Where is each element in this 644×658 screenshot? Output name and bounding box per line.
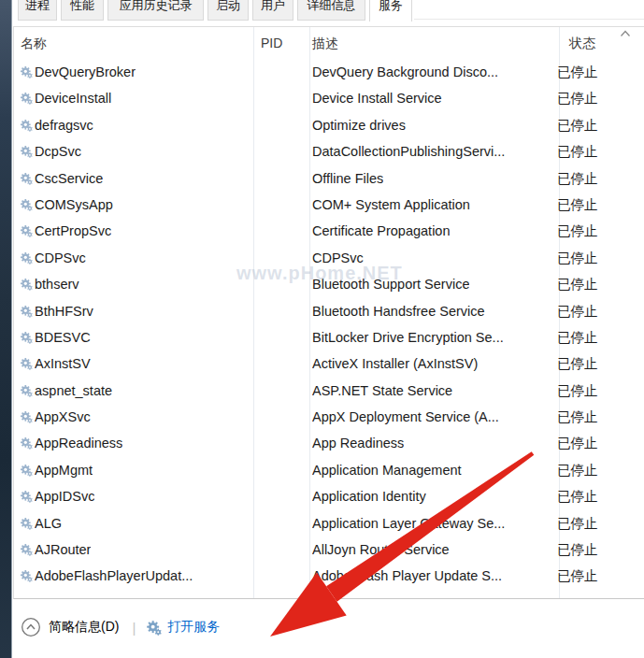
table-row[interactable]: AJRouter AllJoyn Router Service 已停止 [14, 536, 644, 563]
service-gear-icon [20, 251, 33, 265]
service-name: BthHFSrv [35, 298, 93, 324]
service-name: CertPropSvc [35, 218, 111, 244]
service-description: CDPSvc [312, 245, 364, 271]
tabstrip-filler [414, 19, 644, 20]
table-row[interactable]: CDPSvc CDPSvc 已停止 [14, 245, 644, 271]
service-description: Application Identity [312, 483, 426, 509]
service-description: DevQuery Background Disco... [312, 59, 498, 85]
service-status: 已停止 [557, 457, 598, 483]
service-status: 已停止 [557, 112, 598, 138]
service-gear-icon [20, 278, 33, 291]
service-status: 已停止 [557, 271, 598, 297]
tab-startup[interactable]: 启动 [208, 0, 249, 21]
service-description: ActiveX Installer (AxInstSV) [312, 350, 478, 377]
service-description: BitLocker Drive Encryption Se... [312, 324, 504, 350]
tab-services[interactable]: 服务 [369, 0, 412, 21]
service-description: Adobe Flash Player Update S... [312, 563, 502, 589]
services-table: 名称 PID 描述 状态 DevQueryBroker DevQuery Bac… [13, 26, 644, 599]
service-gear-icon [20, 517, 33, 530]
table-row[interactable]: AppXSvc AppX Deployment Service (A... 已停… [14, 404, 644, 430]
tab-performance[interactable]: 性能 [61, 0, 104, 21]
footer-divider: | [132, 620, 136, 636]
service-status: 已停止 [557, 138, 598, 164]
tab-details[interactable]: 详细信息 [297, 0, 365, 21]
table-row[interactable]: BDESVC BitLocker Drive Encryption Se... … [14, 324, 644, 350]
service-rows: DevQueryBroker DevQuery Background Disco… [14, 59, 644, 590]
table-row[interactable]: CscService Offline Files 已停止 [14, 165, 644, 192]
service-description: AppX Deployment Service (A... [312, 404, 499, 430]
service-description: Device Install Service [312, 85, 442, 111]
service-gear-icon [20, 490, 33, 503]
service-status: 已停止 [557, 430, 598, 456]
service-description: Optimize drives [312, 112, 406, 138]
table-row[interactable]: AppIDSvc Application Identity 已停止 [14, 483, 644, 509]
service-status: 已停止 [557, 298, 598, 324]
service-gear-icon [20, 543, 33, 556]
service-gear-icon [20, 436, 33, 450]
service-status: 已停止 [557, 218, 598, 244]
service-gear-icon [20, 65, 33, 79]
service-name: aspnet_state [35, 378, 112, 404]
service-gear-icon [20, 464, 33, 477]
table-row[interactable]: CertPropSvc Certificate Propagation 已停止 [14, 218, 644, 244]
service-name: AdobeFlashPlayerUpdat... [35, 563, 193, 589]
service-name: CDPSvc [35, 245, 86, 271]
desktop-background-strip [0, 0, 11, 658]
service-description: Bluetooth Handsfree Service [312, 298, 485, 324]
table-row[interactable]: DeviceInstall Device Install Service 已停止 [14, 85, 644, 111]
service-status: 已停止 [557, 192, 598, 218]
table-row[interactable]: bthserv Bluetooth Support Service 已停止 [14, 271, 644, 297]
service-status: 已停止 [557, 59, 598, 85]
column-header-desc[interactable]: 描述 [312, 27, 338, 59]
table-row[interactable]: DevQueryBroker DevQuery Background Disco… [14, 59, 644, 85]
tab-bar: 进程性能应用历史记录启动用户详细信息服务 [18, 0, 412, 21]
service-status: 已停止 [557, 536, 598, 563]
sort-ascending-icon[interactable] [620, 30, 631, 37]
service-description: Bluetooth Support Service [312, 271, 469, 297]
table-row[interactable]: defragsvc Optimize drives 已停止 [14, 112, 644, 138]
service-description: ASP.NET State Service [312, 378, 452, 404]
service-gear-icon [20, 357, 33, 370]
service-description: Application Management [312, 457, 462, 483]
table-row[interactable]: ALG Application Layer Gateway Se... 已停止 [14, 510, 644, 536]
service-status: 已停止 [557, 85, 598, 111]
column-header-pid[interactable]: PID [261, 27, 282, 59]
service-gear-icon [20, 224, 33, 237]
service-name: bthserv [35, 271, 79, 297]
tab-processes[interactable]: 进程 [18, 0, 57, 21]
table-row[interactable]: AppMgmt Application Management 已停止 [14, 457, 644, 483]
service-description: Offline Files [312, 165, 383, 192]
tab-app-history[interactable]: 应用历史记录 [107, 0, 204, 21]
column-header-status[interactable]: 状态 [569, 27, 595, 59]
service-status: 已停止 [557, 378, 598, 404]
table-row[interactable]: DcpSvc DataCollectionPublishingServi... … [14, 138, 644, 164]
service-name: DevQueryBroker [35, 59, 136, 85]
chevron-up-circle-icon [21, 617, 41, 637]
service-name: BDESVC [35, 324, 91, 350]
service-gear-icon [20, 198, 33, 211]
table-row[interactable]: BthHFSrv Bluetooth Handsfree Service 已停止 [14, 298, 644, 324]
service-status: 已停止 [557, 404, 598, 430]
service-status: 已停止 [557, 563, 598, 589]
service-gear-icon [20, 305, 33, 318]
service-name: AJRouter [35, 536, 91, 563]
table-row[interactable]: aspnet_state ASP.NET State Service 已停止 [14, 378, 644, 404]
service-gear-icon [20, 410, 33, 423]
service-gear-icon [20, 119, 33, 132]
open-services-button[interactable]: 打开服务 [146, 619, 220, 636]
service-gear-icon [20, 172, 33, 185]
service-gear-icon [20, 569, 33, 582]
tab-users[interactable]: 用户 [252, 0, 293, 21]
column-header-name[interactable]: 名称 [21, 27, 47, 59]
table-row[interactable]: AdobeFlashPlayerUpdat... Adobe Flash Pla… [14, 563, 644, 589]
service-name: COMSysApp [35, 192, 113, 218]
service-name: AppMgmt [35, 457, 93, 483]
service-description: DataCollectionPublishingServi... [312, 138, 505, 164]
table-row[interactable]: COMSysApp COM+ System Application 已停止 [14, 192, 644, 218]
service-name: DeviceInstall [35, 85, 111, 111]
table-row[interactable]: AppReadiness App Readiness 已停止 [14, 430, 644, 456]
table-row[interactable]: AxInstSV ActiveX Installer (AxInstSV) 已停… [14, 350, 644, 377]
fewer-details-label: 简略信息(D) [49, 619, 119, 636]
fewer-details-button[interactable]: 简略信息(D) [21, 617, 119, 637]
task-manager-services-screenshot: { "tabs": { "items": ["进程", "性能", "应用历史记… [0, 0, 644, 658]
